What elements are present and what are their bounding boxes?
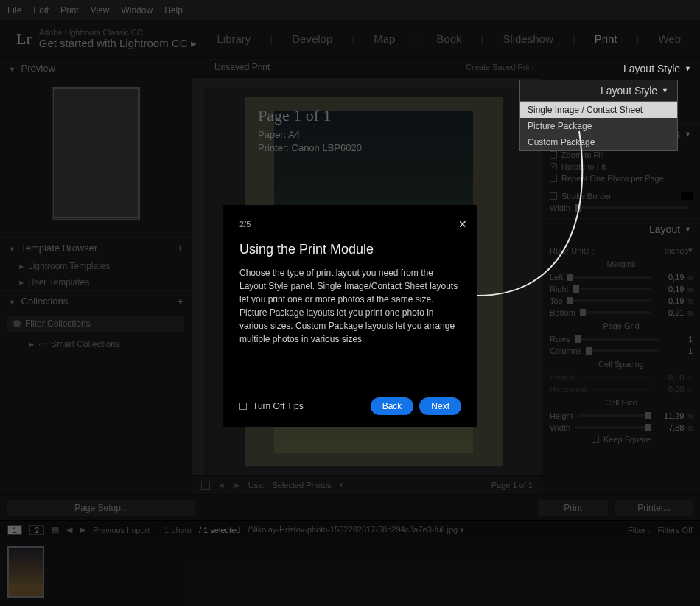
search-icon	[13, 320, 21, 327]
menu-edit[interactable]: Edit	[33, 5, 49, 15]
triangle-down-icon: ▼	[9, 299, 15, 306]
user-templates-label: User Templates	[28, 277, 89, 288]
print-button[interactable]: Print	[538, 500, 608, 516]
template-browser-label: Template Browser	[21, 243, 97, 254]
margins-section: Margins	[550, 257, 693, 271]
bottom-toolbar: Page Setup... Print Printer...	[0, 494, 700, 520]
preview-body	[0, 78, 192, 237]
margin-right-slider[interactable]	[573, 288, 652, 290]
cell-width-value: 7,88	[656, 423, 684, 432]
smart-collections-item[interactable]: ▶ ▭ Smart Collections	[0, 336, 192, 352]
margin-bottom-value: 0,21	[656, 308, 684, 317]
cell-width-slider[interactable]	[575, 426, 651, 429]
stroke-color-swatch[interactable]	[681, 192, 693, 200]
menu-file[interactable]: File	[7, 5, 21, 15]
paper-label: Paper: A4	[258, 128, 362, 142]
layout-style-option-custom[interactable]: Custom Package	[520, 134, 677, 150]
arrow-left-icon[interactable]: ◄	[217, 481, 225, 490]
margin-bottom-slider[interactable]	[580, 311, 652, 314]
printer-label: Printer: Canon LBP6020	[258, 142, 362, 155]
filter-value[interactable]: Filters Off	[658, 526, 693, 534]
collection-icon: ▭	[38, 339, 46, 349]
smart-collections-label: Smart Collections	[51, 339, 120, 349]
stroke-border-checkbox[interactable]: Stroke Border	[550, 190, 693, 202]
repeat-photo-label: Repeat One Photo per Page	[561, 174, 664, 183]
menu-window[interactable]: Window	[122, 5, 153, 15]
layout-header[interactable]: Layout ▼	[542, 218, 700, 240]
image-settings-body: Zoom to Fill ✓Rotate to Fit Repeat One P…	[542, 144, 700, 218]
layout-style-header[interactable]: Layout Style ▼	[542, 58, 700, 79]
preview-label: Preview	[21, 63, 55, 74]
dropdown-icon[interactable]: ▾	[688, 245, 693, 255]
user-templates-item[interactable]: ▶User Templates	[0, 274, 192, 290]
add-collection-icon[interactable]: +	[177, 296, 183, 307]
layout-style-option-single[interactable]: Single Image / Contact Sheet	[520, 102, 677, 118]
triangle-down-icon: ▼	[662, 87, 668, 94]
filmstrip-thumbnail[interactable]	[7, 546, 44, 598]
turn-off-tips[interactable]: Turn Off Tips	[239, 401, 304, 411]
add-template-icon[interactable]: +	[177, 243, 183, 254]
filter-collections-input[interactable]: Filter Collections	[7, 316, 184, 332]
module-book[interactable]: Book	[433, 32, 464, 45]
cell-height-slider[interactable]	[578, 414, 652, 417]
page-grid-section: Page Grid	[550, 318, 693, 333]
margin-top-slider[interactable]	[567, 299, 652, 302]
create-saved-print-button[interactable]: Create Saved Print	[466, 63, 534, 72]
page-info-overlay: Paper: A4 Printer: Canon LBP6020	[258, 128, 362, 155]
rows-label: Rows	[550, 335, 570, 344]
module-web[interactable]: Web	[655, 32, 684, 45]
rotate-to-fit-checkbox[interactable]: ✓Rotate to Fit	[550, 161, 693, 173]
product-name: Adobe Lightroom Classic CC	[39, 28, 197, 37]
cell-width-label: Width	[550, 423, 570, 432]
module-map[interactable]: Map	[371, 32, 398, 45]
checkbox-icon[interactable]	[201, 481, 210, 490]
collections-header[interactable]: ▼ Collections +	[0, 290, 192, 311]
coach-next-button[interactable]: Next	[419, 397, 461, 415]
rows-slider[interactable]	[575, 338, 660, 341]
module-slideshow[interactable]: Slideshow	[500, 32, 556, 45]
nav-fwd-icon[interactable]: ▶	[80, 525, 85, 534]
cell-spacing-section: Cell Spacing	[550, 357, 693, 372]
layout-style-label: Layout Style	[623, 63, 680, 74]
monitor-1-button[interactable]: 1	[7, 525, 22, 535]
use-value[interactable]: Selected Photos	[272, 481, 331, 490]
monitor-2-button[interactable]: 2	[29, 525, 44, 535]
source-label[interactable]: Previous Import	[93, 526, 150, 534]
stroke-width-slider[interactable]	[575, 206, 688, 209]
preview-panel-header[interactable]: ▼ Preview	[0, 58, 192, 78]
grid-icon[interactable]: ▦	[52, 525, 59, 534]
columns-value: 1	[665, 346, 693, 355]
arrow-right-icon[interactable]: ►	[233, 481, 241, 490]
module-develop[interactable]: Develop	[289, 32, 335, 45]
template-browser-header[interactable]: ▼ Template Browser +	[0, 237, 192, 258]
triangle-right-icon: ▶	[19, 279, 24, 286]
lightroom-templates-item[interactable]: ▶Lightroom Templates	[0, 258, 192, 274]
module-print[interactable]: Print	[592, 32, 620, 45]
photo-path[interactable]: /Nikolay-Hristov-photo-1562292817-58d294…	[248, 525, 464, 534]
layout-style-header-hl[interactable]: Layout Style ▼	[519, 80, 678, 101]
layout-label: Layout	[649, 223, 680, 235]
coach-body: Choose the type of print layout you need…	[239, 266, 461, 346]
nav-back-icon[interactable]: ◀	[66, 525, 72, 534]
printer-button[interactable]: Printer...	[615, 500, 693, 516]
ruler-units-value[interactable]: Inches	[665, 246, 688, 255]
get-started-link[interactable]: Get started with Lightroom CC ▸	[39, 37, 197, 50]
menu-print[interactable]: Print	[60, 5, 79, 15]
columns-slider[interactable]	[586, 349, 660, 352]
cellspacing-v-slider	[581, 376, 651, 379]
menu-help[interactable]: Help	[164, 5, 183, 15]
keep-square-checkbox[interactable]	[592, 436, 599, 443]
repeat-photo-checkbox[interactable]: Repeat One Photo per Page	[550, 173, 693, 184]
app-subtitle: Adobe Lightroom Classic CC Get started w…	[39, 28, 197, 50]
layout-style-option-picture[interactable]: Picture Package	[520, 118, 677, 134]
module-library[interactable]: Library	[214, 32, 253, 45]
margin-left-slider[interactable]	[567, 276, 651, 279]
filmstrip[interactable]	[0, 538, 700, 606]
photo-count: 1 photo	[164, 526, 192, 534]
menu-view[interactable]: View	[91, 5, 110, 15]
coach-close-icon[interactable]: ✕	[458, 218, 467, 230]
dropdown-icon[interactable]: ▾	[339, 480, 343, 490]
coach-back-button[interactable]: Back	[371, 397, 414, 415]
page-setup-button[interactable]: Page Setup...	[7, 500, 195, 516]
cellspacing-h-label: Horizontal	[550, 385, 587, 394]
